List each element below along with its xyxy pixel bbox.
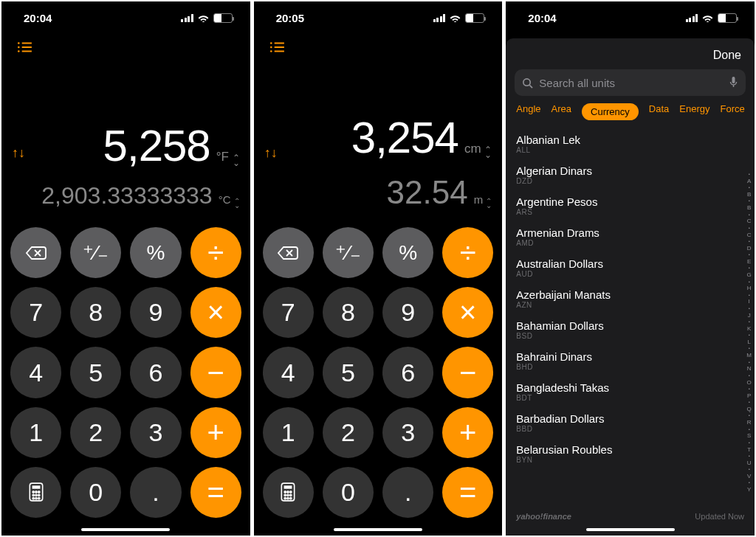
key-=[interactable]: = bbox=[190, 467, 241, 518]
svg-point-32 bbox=[284, 495, 286, 496]
unit-code: AUD bbox=[516, 270, 755, 278]
secondary-unit-button[interactable]: m ⌃⌄ bbox=[474, 193, 492, 212]
unit-name: Belarusian Roubles bbox=[516, 443, 755, 456]
unit-item[interactable]: Belarusian RoublesBYN bbox=[516, 437, 755, 468]
done-button[interactable]: Done bbox=[713, 49, 741, 62]
key-7[interactable]: 7 bbox=[10, 287, 61, 338]
key-÷[interactable]: ÷ bbox=[442, 227, 493, 278]
unit-name: Barbadian Dollars bbox=[516, 412, 755, 425]
unit-name: Armenian Drams bbox=[516, 226, 755, 239]
key-5[interactable]: 5 bbox=[70, 347, 121, 398]
key-5[interactable]: 5 bbox=[323, 347, 374, 398]
unit-item[interactable]: Bahamian DollarsBSD bbox=[516, 313, 755, 344]
key-2[interactable]: 2 bbox=[323, 407, 374, 458]
unit-item[interactable]: Bangladeshi TakasBDT bbox=[516, 375, 755, 406]
key-0[interactable]: 0 bbox=[70, 467, 121, 518]
key-7[interactable]: 7 bbox=[263, 287, 314, 338]
display-area: ↑↓ 5,258 °F ⌃⌄ 2,903.33333333 °C ⌃⌄ bbox=[1, 53, 250, 221]
swap-icon[interactable]: ↑↓ bbox=[12, 145, 25, 161]
key-+[interactable]: + bbox=[442, 407, 493, 458]
secondary-value: 32.54 bbox=[387, 174, 468, 211]
svg-point-37 bbox=[290, 498, 292, 499]
key-calc[interactable] bbox=[263, 467, 314, 518]
key-6[interactable]: 6 bbox=[382, 347, 433, 398]
unit-item[interactable]: Barbadian DollarsBBD bbox=[516, 406, 755, 437]
search-field[interactable] bbox=[515, 69, 746, 96]
swap-icon[interactable]: ↑↓ bbox=[264, 145, 278, 161]
home-indicator[interactable] bbox=[334, 528, 422, 531]
home-indicator[interactable] bbox=[586, 528, 675, 531]
key-3[interactable]: 3 bbox=[130, 407, 181, 458]
category-angle[interactable]: Angle bbox=[516, 103, 540, 120]
status-bar: 20:04 41 bbox=[506, 1, 755, 34]
key-4[interactable]: 4 bbox=[263, 347, 314, 398]
unit-name: Albanian Lek bbox=[516, 134, 755, 146]
category-data[interactable]: Data bbox=[649, 103, 669, 120]
key-backspace[interactable] bbox=[263, 227, 314, 278]
key-±[interactable]: ⁺∕₋ bbox=[323, 227, 374, 278]
key-8[interactable]: 8 bbox=[323, 287, 374, 338]
unit-code: BYN bbox=[516, 456, 755, 464]
primary-value: 5,258 bbox=[103, 124, 210, 168]
key-×[interactable]: × bbox=[190, 287, 241, 338]
unit-item[interactable]: Armenian DramsAMD bbox=[516, 221, 755, 252]
category-energy[interactable]: Energy bbox=[679, 103, 709, 120]
key-1[interactable]: 1 bbox=[10, 407, 61, 458]
key-8[interactable]: 8 bbox=[70, 287, 121, 338]
unit-item[interactable]: Argentine PesosARS bbox=[516, 190, 755, 221]
key-9[interactable]: 9 bbox=[130, 287, 181, 338]
unit-code: AMD bbox=[516, 239, 755, 247]
unit-item[interactable]: Albanian LekALL bbox=[516, 128, 755, 159]
primary-unit-button[interactable]: °F ⌃⌄ bbox=[216, 150, 240, 176]
key-.[interactable]: . bbox=[130, 467, 181, 518]
unit-item[interactable]: Australian DollarsAUD bbox=[516, 252, 755, 283]
key-1[interactable]: 1 bbox=[263, 407, 314, 458]
key-6[interactable]: 6 bbox=[130, 347, 181, 398]
search-input[interactable] bbox=[539, 77, 723, 89]
svg-point-11 bbox=[35, 491, 36, 493]
primary-unit-button[interactable]: cm ⌃⌄ bbox=[464, 142, 492, 168]
key-0[interactable]: 0 bbox=[323, 467, 374, 518]
history-button[interactable] bbox=[269, 41, 285, 53]
key-=[interactable]: = bbox=[442, 467, 493, 518]
secondary-value: 2,903.33333333 bbox=[41, 182, 212, 209]
key-backspace[interactable] bbox=[10, 227, 61, 278]
home-indicator[interactable] bbox=[81, 528, 170, 531]
key-calc[interactable] bbox=[10, 467, 61, 518]
key-4[interactable]: 4 bbox=[10, 347, 61, 398]
key-+[interactable]: + bbox=[190, 407, 241, 458]
calculator-screen-2: 20:05 41 ↑↓ 3,254 cm ⌃⌄ 32.54 m ⌃⌄ ⁺∕₋%÷… bbox=[254, 1, 503, 536]
key-±[interactable]: ⁺∕₋ bbox=[70, 227, 121, 278]
signal-icon bbox=[181, 14, 193, 22]
unit-name: Bangladeshi Takas bbox=[516, 381, 755, 394]
key-×[interactable]: × bbox=[442, 287, 493, 338]
unit-picker-sheet: Done AngleAreaCurrencyDataEnergyForceFue… bbox=[506, 38, 755, 536]
history-button[interactable] bbox=[16, 41, 32, 53]
unit-item[interactable]: Bahraini DinarsBHD bbox=[516, 344, 755, 375]
unit-item[interactable]: Algerian DinarsDZD bbox=[516, 159, 755, 190]
key-−[interactable]: − bbox=[442, 347, 493, 398]
battery-icon: 41 bbox=[213, 13, 233, 23]
key-3[interactable]: 3 bbox=[382, 407, 433, 458]
key-%[interactable]: % bbox=[130, 227, 181, 278]
unit-list[interactable]: Albanian LekALLAlgerian DinarsDZDArgenti… bbox=[506, 128, 755, 506]
svg-point-14 bbox=[35, 495, 36, 496]
secondary-unit-button[interactable]: °C ⌃⌄ bbox=[219, 193, 240, 212]
primary-value: 3,254 bbox=[351, 116, 458, 160]
key-9[interactable]: 9 bbox=[382, 287, 433, 338]
key-÷[interactable]: ÷ bbox=[190, 227, 241, 278]
key-%[interactable]: % bbox=[382, 227, 433, 278]
unit-item[interactable]: Azerbaijani ManatsAZN bbox=[516, 283, 755, 313]
category-tabs: AngleAreaCurrencyDataEnergyForceFuel bbox=[506, 103, 755, 128]
key-2[interactable]: 2 bbox=[70, 407, 121, 458]
category-force[interactable]: Force bbox=[720, 103, 744, 120]
category-area[interactable]: Area bbox=[551, 103, 571, 120]
unit-name: Argentine Pesos bbox=[516, 195, 755, 208]
category-currency[interactable]: Currency bbox=[582, 103, 639, 120]
index-bar[interactable]: •A•B•B•C•C•D•E•G•H•I•J•K•L•M•N•O•P•Q•R•S… bbox=[746, 172, 752, 484]
key-.[interactable]: . bbox=[382, 467, 433, 518]
key-−[interactable]: − bbox=[190, 347, 241, 398]
svg-point-13 bbox=[32, 495, 34, 496]
mic-icon[interactable] bbox=[729, 76, 738, 89]
keypad: ⁺∕₋%÷789×456−123+0.= bbox=[1, 221, 250, 536]
